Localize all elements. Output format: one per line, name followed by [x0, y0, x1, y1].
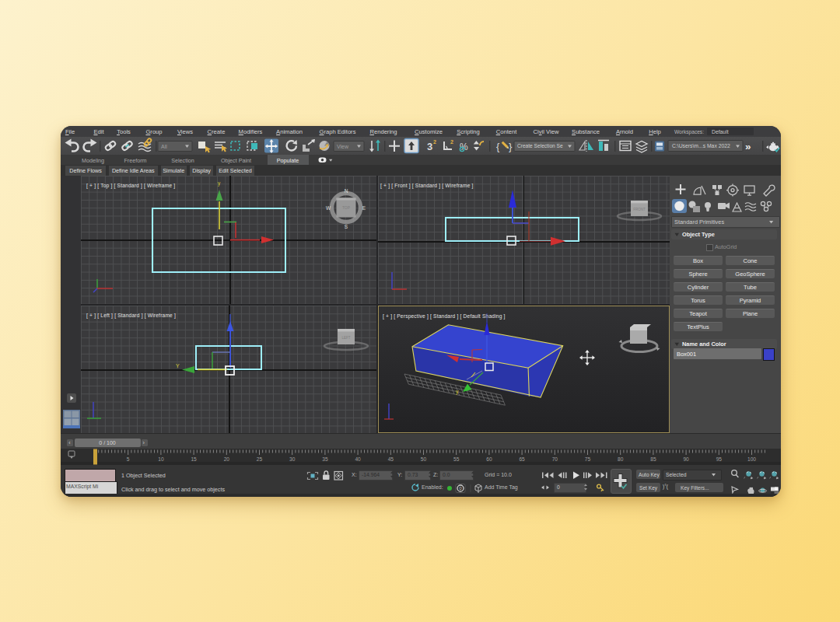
- svg-text:S: S: [345, 224, 348, 229]
- svg-text:100: 100: [747, 456, 756, 462]
- svg-text:Create Selection Se: Create Selection Se: [517, 143, 563, 149]
- svg-text:45: 45: [388, 456, 394, 462]
- svg-text:35: 35: [322, 456, 328, 462]
- svg-text:y: y: [456, 389, 459, 395]
- svg-text:50: 50: [421, 456, 427, 462]
- svg-text:85: 85: [650, 456, 656, 462]
- svg-text:2: 2: [450, 139, 453, 145]
- svg-text:20: 20: [224, 456, 230, 462]
- svg-text:}: }: [509, 141, 513, 152]
- svg-text:W: W: [326, 205, 331, 211]
- svg-text:View: View: [337, 144, 349, 149]
- svg-text:75: 75: [585, 456, 591, 462]
- svg-text:Y: Y: [176, 363, 180, 369]
- svg-text:All: All: [161, 144, 167, 149]
- svg-text:80: 80: [618, 456, 624, 462]
- svg-text:40: 40: [355, 456, 361, 462]
- svg-text:y: y: [218, 180, 221, 187]
- svg-text:2: 2: [433, 139, 436, 145]
- svg-text:70: 70: [552, 456, 558, 462]
- svg-text:N: N: [345, 188, 348, 194]
- svg-text:25: 25: [257, 456, 263, 462]
- svg-text:C:\Users\m...s Max 2022: C:\Users\m...s Max 2022: [672, 143, 730, 149]
- svg-text:55: 55: [453, 456, 460, 462]
- svg-text:15: 15: [191, 456, 197, 462]
- svg-text:{: {: [496, 141, 500, 152]
- svg-text:60: 60: [486, 456, 492, 462]
- svg-text:3: 3: [427, 141, 432, 152]
- svg-text:5: 5: [127, 456, 130, 462]
- svg-text:90: 90: [683, 456, 689, 462]
- svg-text:E: E: [362, 205, 366, 211]
- svg-text:65: 65: [519, 456, 525, 462]
- svg-text:10: 10: [158, 456, 164, 462]
- svg-text:FRONT: FRONT: [633, 208, 646, 211]
- svg-text:»: »: [745, 141, 751, 152]
- svg-text:LEFT: LEFT: [341, 336, 350, 340]
- svg-text:95: 95: [716, 456, 723, 462]
- svg-text:TOP: TOP: [342, 205, 351, 210]
- svg-text:30: 30: [289, 456, 296, 462]
